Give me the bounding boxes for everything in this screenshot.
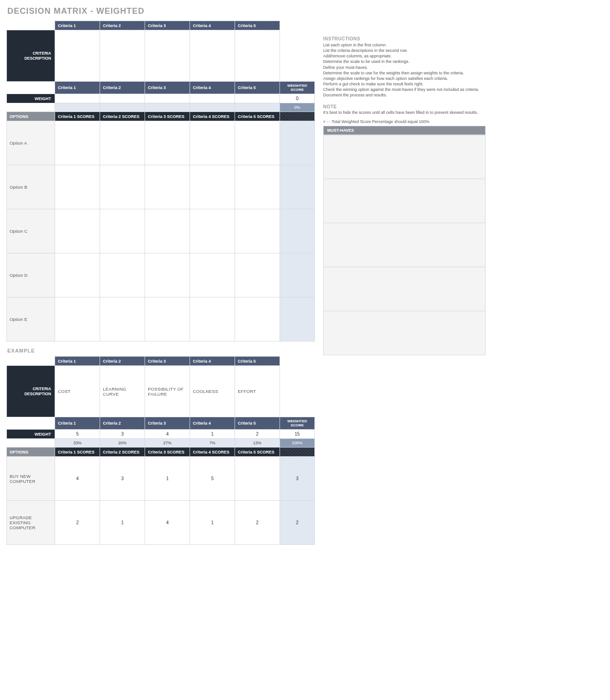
option-score-cell[interactable] bbox=[235, 297, 280, 342]
weighted-score-total: 0 bbox=[280, 94, 315, 103]
scores-header: Criteria 3 SCORES bbox=[145, 112, 190, 121]
scores-header: Criteria 4 SCORES bbox=[190, 112, 235, 121]
scores-header: Criteria 1 SCORES bbox=[55, 112, 100, 121]
instructions-body: List each option in the first column. Li… bbox=[323, 42, 486, 98]
must-haves-cell[interactable] bbox=[323, 179, 486, 223]
example-heading: EXAMPLE bbox=[7, 348, 315, 353]
weight-pct-total: 100% bbox=[280, 439, 315, 448]
option-score-cell: 5 bbox=[190, 457, 235, 501]
criteria-description-cell[interactable] bbox=[100, 30, 145, 82]
weight-cell[interactable] bbox=[100, 94, 145, 103]
option-score-cell[interactable] bbox=[190, 297, 235, 342]
option-score-cell[interactable] bbox=[190, 121, 235, 165]
criteria-description-cell[interactable] bbox=[235, 30, 280, 82]
criteria-header: Criteria 1 bbox=[55, 357, 100, 366]
option-score-cell[interactable] bbox=[235, 253, 280, 297]
criteria-header: Criteria 1 bbox=[55, 417, 100, 430]
weight-cell[interactable] bbox=[145, 94, 190, 103]
criteria-header-2: Criteria 2 bbox=[100, 21, 145, 30]
option-score-cell[interactable] bbox=[190, 209, 235, 253]
page-title: DECISION MATRIX - WEIGHTED bbox=[7, 6, 604, 16]
option-weighted-score bbox=[280, 165, 315, 209]
option-score-cell[interactable] bbox=[145, 165, 190, 209]
option-name: BUY NEW COMPUTER bbox=[7, 457, 55, 501]
option-score-cell[interactable] bbox=[100, 253, 145, 297]
must-haves-cell[interactable] bbox=[323, 267, 486, 311]
option-score-cell: 2 bbox=[55, 501, 100, 545]
criteria-description-cell[interactable] bbox=[55, 30, 100, 82]
weight-pct-cell bbox=[55, 103, 100, 112]
weight-cell[interactable] bbox=[235, 94, 280, 103]
option-score-cell[interactable] bbox=[100, 209, 145, 253]
option-name[interactable]: Option C bbox=[7, 209, 55, 253]
option-score-cell[interactable] bbox=[55, 165, 100, 209]
criteria-header-5: Criteria 5 bbox=[235, 21, 280, 30]
option-score-cell[interactable] bbox=[145, 209, 190, 253]
criteria-header: Criteria 3 bbox=[145, 357, 190, 366]
option-score-cell[interactable] bbox=[190, 253, 235, 297]
weighted-score-hatch bbox=[280, 448, 315, 457]
criteria-header-5b: Criteria 5 bbox=[235, 82, 280, 94]
option-weighted-score: 2 bbox=[280, 501, 315, 545]
option-name[interactable]: Option E bbox=[7, 297, 55, 342]
option-score-cell[interactable] bbox=[55, 253, 100, 297]
option-name: UPGRADE EXISTING COMPUTER bbox=[7, 501, 55, 545]
option-score-cell[interactable] bbox=[100, 121, 145, 165]
criteria-header: Criteria 5 bbox=[235, 357, 280, 366]
pct-hint: < - - Total Weighted Score Percentage sh… bbox=[323, 119, 486, 124]
weighted-score-total: 15 bbox=[280, 430, 315, 439]
scores-header: Criteria 4 SCORES bbox=[190, 448, 235, 457]
option-score-cell[interactable] bbox=[55, 121, 100, 165]
weight-cell: 4 bbox=[145, 430, 190, 439]
option-score-cell[interactable] bbox=[190, 165, 235, 209]
option-score-cell[interactable] bbox=[145, 121, 190, 165]
weight-cell[interactable] bbox=[190, 94, 235, 103]
option-score-cell: 1 bbox=[100, 501, 145, 545]
criteria-header: Criteria 2 bbox=[100, 357, 145, 366]
weight-pct-cell: 33% bbox=[55, 439, 100, 448]
matrix-example: Criteria 1 Criteria 2 Criteria 3 Criteri… bbox=[6, 356, 315, 545]
criteria-description-label: CRITERIA DESCRIPTION bbox=[7, 366, 55, 417]
must-haves-header: MUST-HAVES bbox=[323, 126, 486, 135]
criteria-description-cell[interactable] bbox=[190, 30, 235, 82]
option-score-cell[interactable] bbox=[100, 165, 145, 209]
option-score-cell: 1 bbox=[145, 457, 190, 501]
weight-pct-cell: 20% bbox=[100, 439, 145, 448]
weight-pct-cell bbox=[100, 103, 145, 112]
option-score-cell bbox=[235, 457, 280, 501]
weighted-score-header: WEIGHTED SCORE bbox=[280, 82, 315, 94]
option-name[interactable]: Option D bbox=[7, 253, 55, 297]
criteria-header-1: Criteria 1 bbox=[55, 21, 100, 30]
option-score-cell[interactable] bbox=[100, 297, 145, 342]
weight-cell: 1 bbox=[190, 430, 235, 439]
must-haves-cell[interactable] bbox=[323, 311, 486, 355]
criteria-header: Criteria 4 bbox=[190, 417, 235, 430]
option-weighted-score: 3 bbox=[280, 457, 315, 501]
option-score-cell[interactable] bbox=[235, 209, 280, 253]
criteria-header-3b: Criteria 3 bbox=[145, 82, 190, 94]
must-haves-cell[interactable] bbox=[323, 135, 486, 179]
criteria-header: Criteria 4 bbox=[190, 357, 235, 366]
option-score-cell[interactable] bbox=[235, 165, 280, 209]
option-score-cell[interactable] bbox=[145, 297, 190, 342]
option-name[interactable]: Option A bbox=[7, 121, 55, 165]
option-weighted-score bbox=[280, 121, 315, 165]
option-score-cell[interactable] bbox=[55, 209, 100, 253]
scores-header: Criteria 3 SCORES bbox=[145, 448, 190, 457]
criteria-header: Criteria 3 bbox=[145, 417, 190, 430]
option-score-cell: 2 bbox=[235, 501, 280, 545]
weighted-score-header: WEIGHTED SCORE bbox=[280, 417, 315, 430]
instructions-heading: INSTRUCTIONS bbox=[323, 36, 486, 41]
must-haves-cell[interactable] bbox=[323, 223, 486, 267]
criteria-header-4b: Criteria 4 bbox=[190, 82, 235, 94]
weight-cell[interactable] bbox=[55, 94, 100, 103]
option-score-cell[interactable] bbox=[235, 121, 280, 165]
criteria-description-cell: COST bbox=[55, 366, 100, 417]
option-score-cell: 1 bbox=[190, 501, 235, 545]
option-score-cell[interactable] bbox=[55, 297, 100, 342]
criteria-description-cell[interactable] bbox=[145, 30, 190, 82]
option-score-cell: 4 bbox=[55, 457, 100, 501]
scores-header: Criteria 2 SCORES bbox=[100, 448, 145, 457]
option-name[interactable]: Option B bbox=[7, 165, 55, 209]
option-score-cell[interactable] bbox=[145, 253, 190, 297]
